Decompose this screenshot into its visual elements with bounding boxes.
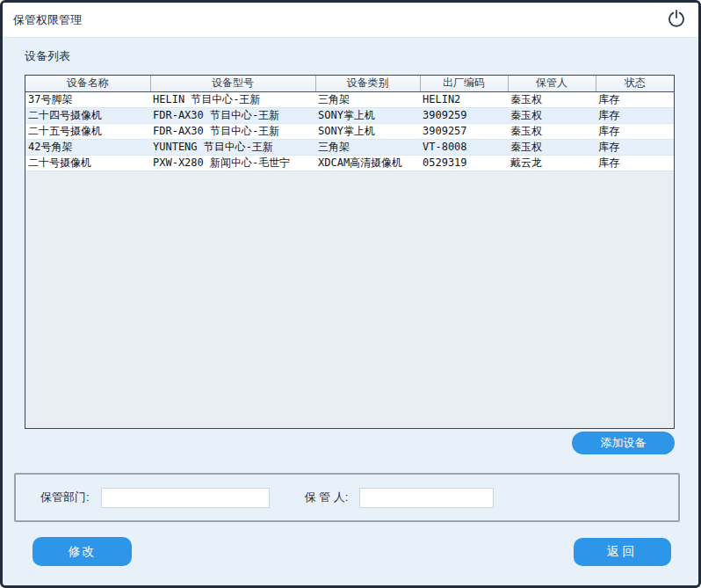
cell-status: 库存 [596,107,674,123]
device-list-panel: 设备名称 设备型号 设备类别 出厂编码 保管人 状态 37号脚架 HELIN 节… [25,75,675,429]
table-row[interactable]: 二十四号摄像机 FDR-AX30 节目中心-王新 SONY掌上机 3909259… [25,107,674,123]
custodian-input[interactable] [359,488,494,508]
cell-device-category: 三角架 [315,139,420,155]
col-header-device-model[interactable]: 设备型号 [150,76,315,91]
power-icon [667,9,686,31]
add-device-button[interactable]: 添加设备 [572,432,675,454]
cell-device-model: FDR-AX30 节目中心-王新 [150,123,315,139]
cell-device-model: HELIN 节目中心-王新 [150,91,315,107]
cell-custodian: 戴云龙 [508,155,596,171]
cell-device-category: SONY掌上机 [315,123,420,139]
cell-factory-code: HELIN2 [420,91,508,107]
cell-custodian: 秦玉权 [508,139,596,155]
cell-device-name: 二十号摄像机 [25,155,150,171]
cell-status: 库存 [596,139,674,155]
cell-factory-code: 3909257 [420,123,508,139]
table-header-row: 设备名称 设备型号 设备类别 出厂编码 保管人 状态 [25,76,674,91]
table-row[interactable]: 二十号摄像机 PXW-X280 新闻中心-毛世宁 XDCAM高清摄像机 0529… [25,155,674,171]
window-title: 保管权限管理 [13,12,82,28]
col-header-device-category[interactable]: 设备类别 [315,76,420,91]
cell-custodian: 秦玉权 [508,123,596,139]
col-header-factory-code[interactable]: 出厂编码 [420,76,508,91]
device-table: 设备名称 设备型号 设备类别 出厂编码 保管人 状态 37号脚架 HELIN 节… [25,76,674,171]
cell-device-model: YUNTENG 节目中心-王新 [150,139,315,155]
cell-factory-code: 3909259 [420,107,508,123]
col-header-status[interactable]: 状态 [596,76,674,91]
cell-device-model: FDR-AX30 节目中心-王新 [150,107,315,123]
cell-device-model: PXW-X280 新闻中心-毛世宁 [150,155,315,171]
custody-permission-window: 保管权限管理 设备列表 设备名称 设备型号 [0,0,701,588]
custodian-label: 保 管 人: [305,490,349,505]
col-header-custodian[interactable]: 保管人 [508,76,596,91]
cell-device-name: 二十五号摄像机 [25,123,150,139]
cell-status: 库存 [596,155,674,171]
cell-device-name: 37号脚架 [25,91,150,107]
table-row[interactable]: 二十五号摄像机 FDR-AX30 节目中心-王新 SONY掌上机 3909257… [25,123,674,139]
cell-device-category: 三角架 [315,91,420,107]
cell-custodian: 秦玉权 [508,107,596,123]
modify-button[interactable]: 修改 [33,537,132,566]
cell-status: 库存 [596,91,674,107]
cell-device-category: XDCAM高清摄像机 [315,155,420,171]
titlebar: 保管权限管理 [3,3,698,38]
col-header-device-name[interactable]: 设备名称 [25,76,150,91]
return-button[interactable]: 返回 [574,538,671,566]
power-button[interactable] [665,9,688,32]
department-input[interactable] [101,488,270,508]
cell-factory-code: 0529319 [420,155,508,171]
cell-status: 库存 [596,123,674,139]
table-row[interactable]: 42号角架 YUNTENG 节目中心-王新 三角架 VT-8008 秦玉权 库存 [25,139,674,155]
cell-device-category: SONY掌上机 [315,107,420,123]
device-list-label: 设备列表 [25,48,70,64]
custody-form-panel: 保管部门: 保 管 人: [14,473,680,522]
cell-factory-code: VT-8008 [420,139,508,155]
cell-device-name: 42号角架 [25,139,150,155]
department-label: 保管部门: [40,490,90,505]
content-area: 设备列表 设备名称 设备型号 设备类别 出厂编码 保管人 状态 [3,39,698,585]
table-row[interactable]: 37号脚架 HELIN 节目中心-王新 三角架 HELIN2 秦玉权 库存 [25,91,674,107]
cell-custodian: 秦玉权 [508,91,596,107]
cell-device-name: 二十四号摄像机 [25,107,150,123]
